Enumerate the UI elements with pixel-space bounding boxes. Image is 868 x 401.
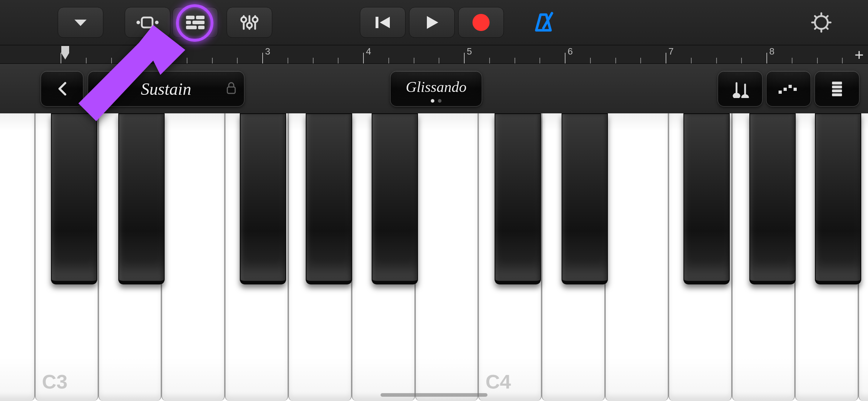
ruler-tick (817, 58, 818, 63)
svg-rect-33 (784, 88, 787, 91)
ruler-bar-number: 6 (568, 46, 573, 57)
ruler-tick (792, 58, 792, 63)
arpeggiator-icon (777, 83, 800, 95)
ruler-tick (666, 53, 666, 63)
svg-marker-40 (78, 25, 185, 121)
gear-icon (811, 12, 832, 33)
svg-rect-31 (227, 87, 235, 93)
black-key[interactable] (815, 113, 861, 284)
svg-rect-36 (832, 82, 842, 84)
ruler-tick (464, 53, 465, 63)
svg-point-15 (253, 17, 258, 22)
record-icon (472, 13, 490, 32)
black-key[interactable] (372, 113, 418, 284)
chord-strips-button[interactable] (718, 71, 763, 107)
record-button[interactable] (458, 7, 504, 38)
ruler-tick (565, 53, 565, 63)
black-key[interactable] (749, 113, 796, 284)
svg-rect-38 (832, 89, 842, 92)
touch-mode-button[interactable]: Glissando (390, 71, 482, 107)
black-key[interactable] (306, 113, 352, 284)
metronome-button[interactable] (527, 7, 559, 38)
svg-line-29 (815, 27, 817, 29)
ruler-tick (388, 58, 389, 63)
arpeggiator-button[interactable] (766, 71, 811, 107)
keyboard-layout-button[interactable] (815, 71, 859, 107)
white-key[interactable] (415, 113, 479, 401)
ruler-bar-number: 3 (265, 46, 270, 57)
add-section-button[interactable]: + (854, 46, 864, 64)
ruler-bar-number: 4 (366, 46, 371, 57)
white-key[interactable] (161, 113, 225, 401)
ruler-bar-number: 8 (769, 46, 774, 57)
svg-line-26 (815, 16, 817, 18)
touch-mode-label: Glissando (406, 78, 466, 96)
ruler-tick (489, 58, 490, 63)
svg-line-28 (826, 16, 828, 18)
ruler-bar-number: 7 (668, 46, 673, 57)
svg-rect-35 (794, 88, 797, 91)
play-icon (424, 15, 440, 30)
ruler-tick (414, 58, 414, 63)
svg-rect-5 (196, 16, 205, 19)
black-key[interactable] (495, 113, 541, 284)
song-settings-button[interactable] (805, 7, 837, 38)
octave-label: C3 (42, 370, 68, 393)
ruler-tick (539, 58, 540, 63)
ruler-tick (439, 58, 439, 63)
svg-point-13 (247, 23, 252, 28)
rewind-icon (374, 15, 391, 30)
svg-line-27 (826, 27, 828, 29)
svg-rect-34 (789, 85, 792, 88)
black-key[interactable] (562, 113, 608, 284)
piano-keyboard[interactable]: C3C4 (0, 113, 868, 401)
ruler-tick (262, 53, 263, 63)
svg-rect-9 (198, 26, 205, 29)
svg-rect-16 (376, 17, 378, 28)
ruler-tick (741, 58, 742, 63)
ruler-tick (338, 58, 339, 63)
ruler-tick (515, 58, 515, 63)
svg-rect-4 (186, 16, 195, 19)
mode-pager (391, 99, 482, 103)
ruler-tick (842, 58, 843, 63)
white-key[interactable] (605, 113, 668, 401)
svg-point-19 (472, 14, 490, 31)
track-settings-button[interactable] (227, 7, 272, 38)
ruler-tick (615, 58, 616, 63)
ruler-tick (363, 53, 364, 63)
sliders-icon (240, 13, 259, 32)
svg-rect-37 (832, 86, 842, 88)
ruler-tick (212, 58, 213, 63)
play-button[interactable] (409, 7, 455, 38)
black-key[interactable] (683, 113, 730, 284)
svg-marker-18 (427, 16, 438, 29)
annotation-arrow (64, 21, 192, 150)
lock-icon (226, 82, 236, 96)
svg-rect-32 (779, 91, 782, 94)
white-key[interactable] (0, 113, 35, 401)
ruler-bar-number: 5 (467, 46, 472, 57)
notes-icon (730, 79, 750, 98)
svg-rect-7 (192, 21, 205, 24)
svg-point-11 (241, 17, 246, 22)
ruler-tick (590, 58, 591, 63)
svg-rect-39 (832, 93, 842, 96)
ruler-tick (61, 53, 61, 63)
ruler-tick (691, 58, 692, 63)
keyboard-layout-icon (830, 80, 844, 97)
ruler-tick (313, 58, 314, 63)
ruler-tick (766, 53, 767, 63)
black-key[interactable] (240, 113, 286, 284)
metronome-icon (533, 12, 554, 33)
home-indicator (381, 393, 487, 397)
ruler-tick (716, 58, 717, 63)
svg-marker-17 (380, 17, 390, 28)
ruler-tick (237, 58, 238, 63)
octave-label: C4 (485, 370, 511, 393)
ruler-tick (288, 58, 288, 63)
go-to-beginning-button[interactable] (360, 7, 405, 38)
ruler-tick (640, 58, 641, 63)
